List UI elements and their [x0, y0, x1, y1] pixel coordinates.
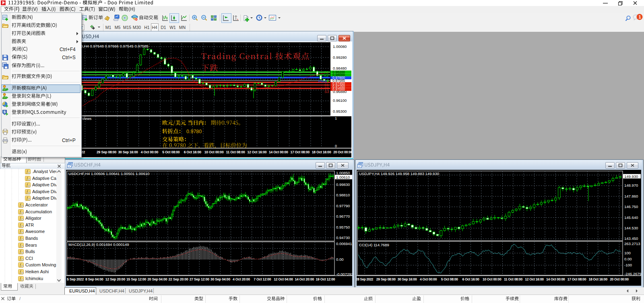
svg-text:12 Oct 16:00: 12 Oct 16:00	[248, 150, 267, 154]
svg-text:29 Sep 08:00: 29 Sep 08:00	[376, 277, 396, 281]
svg-text:1: 1	[639, 14, 641, 19]
svg-text:CCI(14) 114.7689: CCI(14) 114.7689	[359, 243, 389, 247]
svg-text:10 Oct 00:00: 10 Oct 00:00	[483, 277, 502, 281]
svg-text:30 Sep 16:00: 30 Sep 16:00	[118, 150, 138, 154]
svg-text:0: 0	[335, 144, 337, 148]
svg-text:MACD(12,26,9) 0.001694 0.00014: MACD(12,26,9) 0.001694 0.000149	[68, 242, 129, 247]
svg-text:5 Oct 08:00: 5 Oct 08:00	[441, 277, 458, 281]
svg-text:18 Oct 16:00: 18 Oct 16:00	[312, 150, 331, 154]
svg-text:USDJPY,H4 149.926 149.958 149.: USDJPY,H4 149.926 149.958 149.883 149.93…	[359, 171, 439, 176]
svg-text:5: 5	[4, 110, 6, 114]
svg-text:146.750: 146.750	[624, 204, 638, 209]
svg-text:20 Oct 00:00: 20 Oct 00:00	[333, 150, 351, 154]
svg-text:18 Oct 16:00: 18 Oct 16:00	[588, 277, 607, 281]
svg-text:263.2713: 263.2713	[624, 241, 640, 246]
svg-text:USDCHF,H4 1.00506 1.00641 1.00: USDCHF,H4 1.00506 1.00641 1.00501 1.0061…	[68, 171, 149, 176]
svg-text:19 Oct 12:00: 19 Oct 12:00	[316, 277, 335, 281]
svg-text:1: 1	[335, 116, 337, 120]
svg-text:-246.2679: -246.2679	[624, 272, 641, 276]
svg-text:14 Oct 00:00: 14 Oct 00:00	[269, 150, 288, 154]
svg-text:0.94730: 0.94730	[336, 235, 350, 240]
svg-text:12 Oct 16:00: 12 Oct 16:00	[525, 277, 544, 281]
svg-text:4 Oct 00:00: 4 Oct 00:00	[420, 277, 437, 281]
svg-text:10 Oct 00:00: 10 Oct 00:00	[204, 150, 224, 154]
svg-text:17 Oct 08:00: 17 Oct 08:00	[568, 277, 586, 281]
svg-text:0.97000: 0.97000	[332, 87, 345, 91]
svg-text:143.450: 143.450	[624, 236, 638, 241]
svg-text:14 Oct 00:00: 14 Oct 00:00	[546, 277, 565, 281]
svg-text:0.99830: 0.99830	[336, 182, 350, 187]
svg-text:20 Oct 00:00: 20 Oct 00:00	[610, 277, 629, 281]
svg-text:8 Sep 04:00: 8 Sep 04:00	[85, 277, 103, 281]
svg-text:1.00850: 1.00850	[336, 171, 350, 175]
svg-text:0.006941: 0.006941	[336, 241, 352, 246]
svg-text:145.640: 145.640	[624, 215, 638, 220]
svg-text:S3: S3	[324, 89, 329, 94]
svg-text:-100: -100	[624, 263, 632, 267]
svg-text:5 Oct 08:00: 5 Oct 08:00	[162, 150, 180, 154]
svg-text:27 Sep 12:00: 27 Sep 12:00	[190, 277, 210, 281]
svg-text:20 Sep 04:00: 20 Sep 04:00	[147, 277, 167, 281]
svg-text:30 Sep 04:00: 30 Sep 04:00	[211, 277, 231, 281]
svg-text:0.99280: 0.99280	[333, 55, 347, 60]
svg-text:0.96100: 0.96100	[333, 98, 347, 103]
svg-text:1.00610: 1.00610	[336, 175, 350, 179]
svg-text:4 Oct 20:00: 4 Oct 20:00	[233, 277, 250, 281]
svg-text:0.00: 0.00	[336, 257, 344, 262]
svg-text:0.98810: 0.98810	[336, 193, 350, 197]
svg-text:0.00: 0.00	[624, 257, 632, 261]
svg-text:0.9780: 0.9780	[186, 129, 202, 134]
svg-text:0.95750: 0.95750	[336, 225, 350, 229]
svg-text:4 Oct 00:00: 4 Oct 00:00	[141, 150, 159, 154]
svg-text:12 Sep 20:00: 12 Sep 20:00	[105, 277, 126, 281]
svg-text:100: 100	[624, 251, 631, 255]
svg-text:R2: R2	[324, 74, 328, 78]
svg-text:147.860: 147.860	[624, 194, 638, 198]
svg-text:6 Oct 16:00: 6 Oct 16:00	[184, 150, 202, 154]
svg-text:11 Oct 08:00: 11 Oct 08:00	[504, 277, 523, 281]
svg-text:15 Sep 12:00: 15 Sep 12:00	[126, 277, 147, 281]
svg-text:0.97790: 0.97790	[336, 204, 350, 208]
svg-text:29 Sep 08:00: 29 Sep 08:00	[97, 150, 117, 154]
svg-text:28 Sep 2022: 28 Sep 2022	[357, 278, 374, 281]
svg-text:1.00080: 1.00080	[333, 44, 347, 49]
svg-text:149.930: 149.930	[624, 174, 638, 179]
svg-text:144.530: 144.530	[624, 226, 638, 230]
svg-text:0.96770: 0.96770	[336, 214, 350, 218]
svg-text:12 Oct 04:00: 12 Oct 04:00	[274, 277, 293, 281]
svg-text:22: 22	[81, 150, 85, 154]
svg-text:30 Sep 16:00: 30 Sep 16:00	[397, 277, 417, 281]
svg-text:22 Sep 20:00: 22 Sep 20:00	[168, 277, 188, 281]
svg-text:6 Oct 16:00: 6 Oct 16:00	[462, 277, 479, 281]
svg-text:11 Oct 08:00: 11 Oct 08:00	[226, 150, 245, 154]
svg-text:17 Oct 08:00: 17 Oct 08:00	[290, 150, 310, 154]
svg-text:148.970: 148.970	[624, 183, 638, 188]
svg-text:14 Oct 20:00: 14 Oct 20:00	[295, 277, 314, 281]
svg-text:0.95300: 0.95300	[333, 109, 347, 113]
svg-text:5 Sep 2022: 5 Sep 2022	[67, 277, 84, 281]
svg-text:7 Oct 12:00: 7 Oct 12:00	[254, 277, 271, 281]
